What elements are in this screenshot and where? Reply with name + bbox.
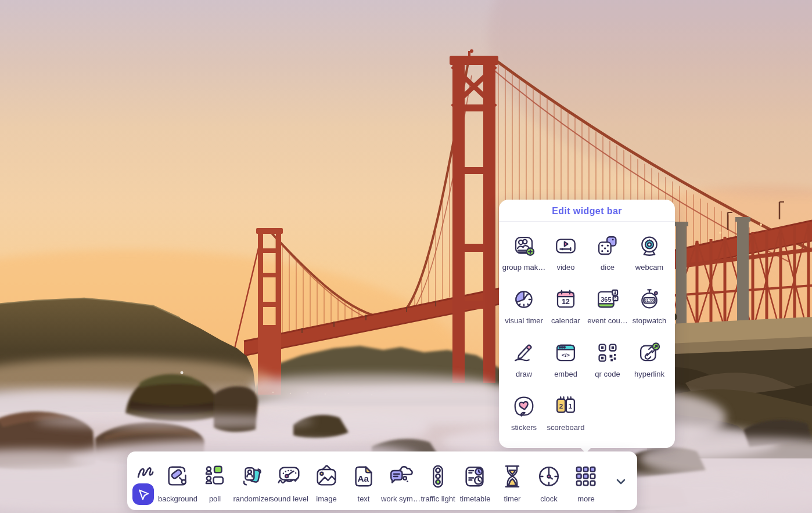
svg-text:365: 365 xyxy=(601,296,611,303)
svg-text:01:00: 01:00 xyxy=(644,298,655,302)
svg-text:Aa: Aa xyxy=(357,474,369,483)
svg-text:12: 12 xyxy=(562,298,570,306)
svg-text:2: 2 xyxy=(559,402,563,410)
svg-text:5: 5 xyxy=(615,296,617,300)
svg-text:1: 1 xyxy=(569,402,573,410)
svg-text:</>: </> xyxy=(562,352,570,358)
